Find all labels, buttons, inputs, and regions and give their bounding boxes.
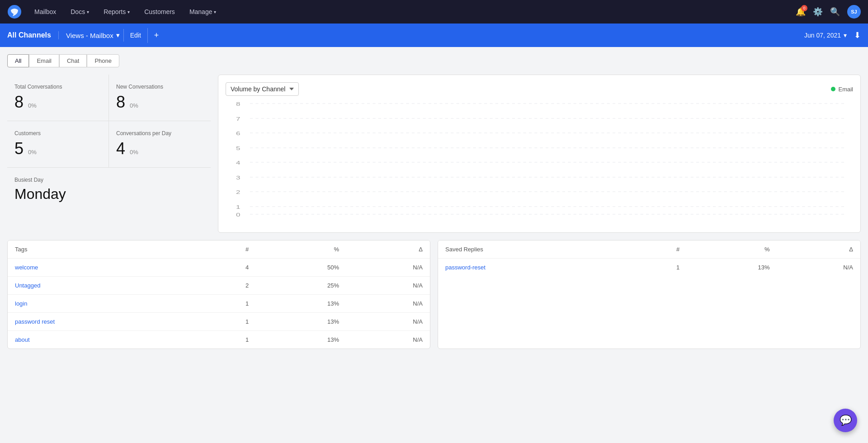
tag-count: 1 (195, 295, 256, 313)
avatar[interactable]: SJ (847, 5, 861, 19)
date-selector[interactable]: Jun 07, 2021 ▾ (804, 32, 847, 39)
add-view-button[interactable]: + (147, 28, 165, 43)
tables-section: Tags # % Δ welcome 4 50% N/A Untagged 2 … (0, 240, 868, 356)
saved-replies-table: Saved Replies # % Δ password-reset 1 13%… (438, 240, 861, 349)
tag-link[interactable]: welcome (8, 259, 195, 277)
reply-count: 1 (626, 259, 687, 277)
date-label: Jun 07, 2021 (804, 32, 841, 39)
tag-count: 1 (195, 331, 256, 349)
replies-delta-header: Δ (777, 240, 860, 259)
tag-pct: 13% (256, 331, 346, 349)
new-conversations-value: 8 (116, 93, 125, 112)
total-conversations-label: Total Conversations (14, 84, 101, 90)
tag-delta: N/A (346, 331, 430, 349)
search-icon[interactable]: 🔍 (830, 7, 840, 17)
chart-header: Volume by Channel Volume by Agent Volume… (226, 82, 853, 96)
conv-per-day-stat: Conversations per Day 4 0% (109, 121, 211, 168)
chart-svg: 8 7 6 5 4 3 2 1 0 Jun 1 (226, 101, 853, 219)
customers-pct: 0% (28, 149, 37, 156)
conv-per-day-pct: 0% (130, 149, 138, 156)
tab-email[interactable]: Email (29, 54, 59, 67)
tag-link[interactable]: password reset (8, 313, 195, 331)
svg-text:Jun 4: Jun 4 (565, 218, 584, 219)
tag-link[interactable]: about (8, 331, 195, 349)
nav-manage-chevron: ▾ (214, 9, 216, 14)
conv-per-day-label: Conversations per Day (116, 130, 203, 137)
main-content: Total Conversations 8 0% New Conversatio… (0, 67, 868, 240)
customers-label: Customers (14, 130, 101, 137)
view-selector[interactable]: Views - Mailbox ▾ (59, 31, 123, 39)
chart-area: 8 7 6 5 4 3 2 1 0 Jun 1 (226, 101, 853, 219)
replies-count-header: # (626, 240, 687, 259)
svg-text:7: 7 (236, 116, 240, 122)
nav-docs[interactable]: Docs ▾ (65, 5, 94, 18)
tags-delta-header: Δ (346, 240, 430, 259)
reply-link[interactable]: password-reset (438, 259, 626, 277)
new-conversations-label: New Conversations (116, 84, 203, 90)
customers-value: 5 (14, 139, 24, 158)
tag-delta: N/A (346, 295, 430, 313)
filter-tabs: All Email Chat Phone (0, 47, 868, 67)
tag-delta: N/A (346, 259, 430, 277)
stats-grid: Total Conversations 8 0% New Conversatio… (7, 75, 211, 168)
subheader: All Channels Views - Mailbox ▾ Edit + Ju… (0, 24, 868, 47)
logo[interactable] (7, 5, 22, 19)
table-row: login 1 13% N/A (8, 295, 430, 313)
topnav-icons: 🔔 0 ⚙️ 🔍 SJ (796, 5, 861, 19)
tab-chat[interactable]: Chat (59, 54, 87, 67)
tag-pct: 13% (256, 295, 346, 313)
tag-count: 2 (195, 277, 256, 295)
svg-text:1: 1 (236, 204, 240, 210)
tag-count: 1 (195, 313, 256, 331)
table-row: password-reset 1 13% N/A (438, 259, 860, 277)
nav-reports[interactable]: Reports ▾ (98, 5, 135, 18)
tab-phone[interactable]: Phone (87, 54, 119, 67)
tag-link[interactable]: login (8, 295, 195, 313)
top-navigation: Mailbox Docs ▾ Reports ▾ Customers Manag… (0, 0, 868, 24)
settings-icon[interactable]: ⚙️ (813, 7, 823, 17)
notification-icon[interactable]: 🔔 0 (796, 7, 806, 17)
reply-pct: 13% (687, 259, 777, 277)
tags-table: Tags # % Δ welcome 4 50% N/A Untagged 2 … (7, 240, 430, 349)
busiest-day-stat: Busiest Day Monday (7, 168, 211, 212)
table-row: about 1 13% N/A (8, 331, 430, 349)
nav-docs-label: Docs (71, 8, 85, 15)
new-conversations-pct: 0% (130, 102, 138, 109)
nav-docs-chevron: ▾ (87, 9, 89, 14)
edit-button[interactable]: Edit (123, 29, 147, 42)
nav-mailbox[interactable]: Mailbox (29, 5, 61, 18)
tab-all[interactable]: All (7, 54, 29, 67)
busiest-day-label: Busiest Day (14, 177, 203, 183)
nav-manage[interactable]: Manage ▾ (184, 5, 222, 18)
svg-text:6: 6 (236, 131, 240, 136)
svg-text:2: 2 (236, 189, 240, 195)
nav-manage-label: Manage (189, 8, 212, 15)
svg-text:5: 5 (236, 146, 240, 151)
email-legend-label: Email (838, 86, 853, 93)
customers-stat: Customers 5 0% (7, 121, 109, 168)
tag-pct: 25% (256, 277, 346, 295)
tag-pct: 13% (256, 313, 346, 331)
table-row: password reset 1 13% N/A (8, 313, 430, 331)
tag-link[interactable]: Untagged (8, 277, 195, 295)
download-button[interactable]: ⬇ (854, 30, 861, 40)
busiest-day-value: Monday (14, 186, 203, 203)
tags-col-header: Tags (8, 240, 195, 259)
view-name-label: Views - Mailbox (66, 32, 113, 39)
table-row: Untagged 2 25% N/A (8, 277, 430, 295)
chart-type-select[interactable]: Volume by Channel Volume by Agent Volume… (226, 82, 299, 96)
nav-customers[interactable]: Customers (139, 5, 180, 18)
conv-per-day-value: 4 (116, 139, 125, 158)
svg-text:0: 0 (236, 212, 240, 217)
total-conversations-value: 8 (14, 93, 24, 112)
replies-pct-header: % (687, 240, 777, 259)
svg-text:4: 4 (236, 160, 240, 165)
table-row: welcome 4 50% N/A (8, 259, 430, 277)
svg-text:Jun 7: Jun 7 (826, 218, 845, 219)
svg-text:3: 3 (236, 175, 240, 180)
date-chevron: ▾ (844, 32, 847, 39)
svg-text:Jun 5: Jun 5 (652, 218, 671, 219)
svg-text:Jun 2: Jun 2 (387, 218, 406, 219)
tags-pct-header: % (256, 240, 346, 259)
total-conversations-stat: Total Conversations 8 0% (7, 75, 109, 121)
